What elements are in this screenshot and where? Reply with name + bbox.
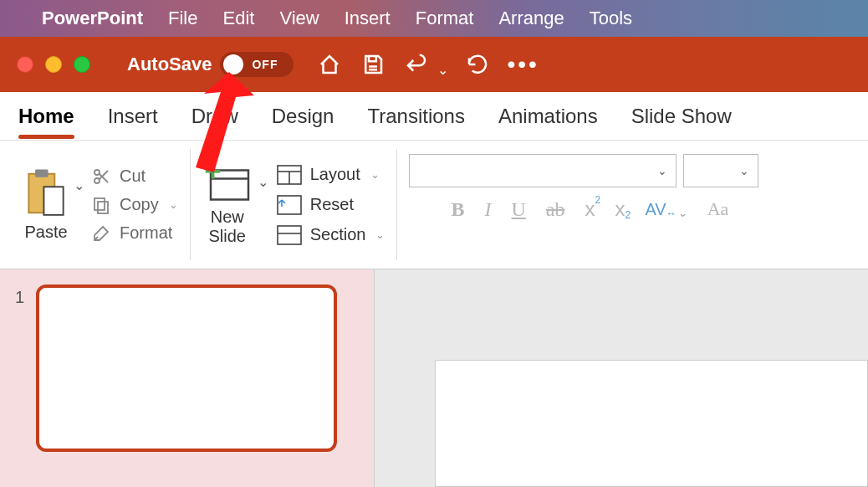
slides-group: New Slide ⌄ Layout ⌄ Reset Section ⌄ [191,149,398,260]
tab-insert[interactable]: Insert [108,95,158,138]
clipboard-icon [23,167,69,219]
window-titlebar: AutoSave OFF ⌄ ••• [0,37,868,92]
layout-dropdown-icon[interactable]: ⌄ [370,168,380,181]
font-size-select[interactable]: ⌄ [683,154,758,187]
svg-rect-1 [35,170,49,177]
copy-label: Copy [120,195,159,214]
slide-canvas[interactable] [435,360,868,487]
format-painter-label: Format [120,223,172,243]
reset-button[interactable]: Reset [277,195,385,215]
menu-format[interactable]: Format [416,8,474,29]
slide-thumbnail[interactable] [36,285,337,452]
menu-edit[interactable]: Edit [222,8,254,29]
traffic-lights [17,56,90,73]
copy-icon [91,195,111,215]
slide-thumbnails-pane: 1 [0,269,375,487]
autosave-toggle[interactable]: OFF [220,52,294,77]
subscript-button[interactable]: x2 [615,197,625,221]
layout-button[interactable]: Layout ⌄ [277,165,385,185]
reset-label: Reset [310,195,354,214]
more-commands-icon[interactable]: ••• [507,51,539,78]
svg-rect-7 [211,170,248,199]
toggle-knob [223,54,243,74]
superscript-button[interactable]: x2 [585,197,595,221]
svg-rect-2 [43,187,63,215]
redo-button[interactable] [463,50,492,79]
new-slide-button[interactable]: New Slide [202,164,253,246]
menu-arrange[interactable]: Arrange [498,8,564,29]
copy-dropdown-icon[interactable]: ⌄ [169,198,178,211]
quick-access-toolbar: ⌄ ••• [315,50,539,79]
copy-button[interactable]: Copy ⌄ [91,195,178,215]
menu-tools[interactable]: Tools [590,8,632,29]
cut-button[interactable]: Cut [91,167,178,187]
slide-number: 1 [15,285,24,472]
minimize-window-button[interactable] [45,56,62,73]
ribbon-tabs: Home Insert Draw Design Transitions Anim… [0,92,868,141]
chevron-down-icon: ⌄ [739,164,749,177]
mac-menu-bar: PowerPoint File Edit View Insert Format … [0,0,868,37]
change-case-button[interactable]: Aa [707,198,729,220]
autosave-label: AutoSave [127,54,212,75]
workspace: 1 [0,269,868,487]
svg-rect-6 [98,202,108,213]
format-painter-button[interactable]: Format [91,223,178,244]
font-group: ⌄ ⌄ B I U ab x2 x2 AV↔⌄ Aa [397,149,770,260]
font-family-select[interactable]: ⌄ [409,154,677,187]
tab-animations[interactable]: Animations [498,95,598,138]
home-button[interactable] [315,50,344,79]
tab-design[interactable]: Design [272,95,334,138]
new-slide-dropdown-icon[interactable]: ⌄ [258,174,268,190]
maximize-window-button[interactable] [74,56,90,73]
svg-rect-15 [278,226,301,244]
menu-file[interactable]: File [168,8,197,29]
paste-dropdown-icon[interactable]: ⌄ [74,177,84,193]
cut-label: Cut [120,167,146,186]
section-button[interactable]: Section ⌄ [277,225,385,245]
italic-button[interactable]: I [485,198,492,221]
paste-label: Paste [24,223,67,242]
section-label: Section [310,225,366,244]
tab-home[interactable]: Home [18,95,74,138]
character-spacing-button[interactable]: AV↔⌄ [646,200,687,219]
chevron-down-icon: ⌄ [678,207,687,219]
bold-button[interactable]: B [451,198,464,221]
layout-icon [277,165,302,185]
save-button[interactable] [359,50,387,79]
section-dropdown-icon[interactable]: ⌄ [375,228,385,241]
new-slide-label: New Slide [208,208,245,246]
chevron-down-icon: ⌄ [657,164,667,177]
tab-slide-show[interactable]: Slide Show [631,95,732,138]
strikethrough-button[interactable]: ab [546,198,565,221]
menu-insert[interactable]: Insert [345,8,391,29]
menu-view[interactable]: View [279,8,319,29]
undo-button[interactable] [402,50,431,79]
app-menu[interactable]: PowerPoint [42,8,143,29]
autosave-control: AutoSave OFF [127,52,294,77]
section-icon [277,225,302,245]
autosave-state-text: OFF [252,58,278,71]
undo-dropdown-icon[interactable]: ⌄ [437,62,448,78]
tab-draw[interactable]: Draw [191,95,238,138]
paintbrush-icon [91,223,111,244]
svg-rect-5 [94,198,105,210]
paste-button[interactable]: Paste [23,167,69,242]
scissors-icon [91,167,111,187]
reset-icon [277,195,302,215]
layout-label: Layout [310,165,360,184]
underline-button[interactable]: U [512,198,526,221]
tab-transitions[interactable]: Transitions [367,95,464,138]
clipboard-group: Paste ⌄ Cut Copy ⌄ Format [12,149,191,260]
new-slide-icon [202,164,253,206]
ribbon-content: Paste ⌄ Cut Copy ⌄ Format [0,141,868,269]
slide-canvas-area [375,269,868,487]
close-window-button[interactable] [17,56,33,73]
